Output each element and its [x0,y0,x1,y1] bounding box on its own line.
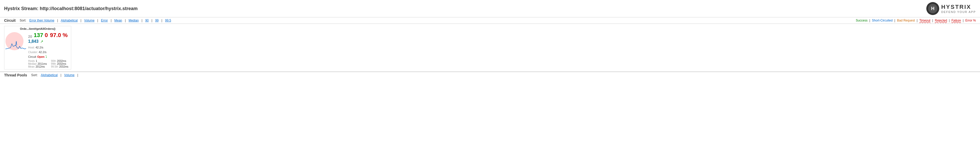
p90-value: 2032ms [57,60,66,63]
sort-link-p995[interactable]: 99.5 [165,19,171,22]
circuit-arrow-icon: ⤵ [45,55,47,58]
median-label: Median [28,63,37,65]
host-cluster: Host: 42.2/s Cluster: 42.2/s [28,45,46,55]
circuit-section-header: Circuit Sort: Error then Volume | Alphab… [0,17,980,24]
bottom-stats: Hosts 1 Median 2011ms Mean 2012ms [28,60,68,68]
status-rejected: Rejected [935,19,947,22]
thread-pools-header: Thread Pools Sort: Alphabetical | Volume… [0,72,980,78]
sort-link-p90[interactable]: 90 [145,19,149,22]
sparkline-container [5,31,26,52]
host-row: Host: 42.2/s [28,45,46,50]
num-blue: 1,843 [28,39,38,44]
sort-link-median[interactable]: Median [129,19,138,22]
circuit-status-row: Circuit Open ⤵ [28,55,47,58]
hosts-label: Hosts [28,60,35,63]
status-short-circuited: Short-Circuited [872,19,892,22]
svg-text:H: H [931,6,934,11]
arrow-icon: ↗ [40,39,43,44]
error-pct: 97.0 % [50,32,68,38]
sort-link-p99[interactable]: 99 [155,19,159,22]
status-timeout: Timeout [920,19,931,22]
app-header: Hystrix Stream: http://localhost:8081/ac… [0,0,980,17]
circuit-card-title: Orde...lient#getAllOrders() [5,27,70,30]
tp-sort-volume[interactable]: Volume [64,73,75,77]
median-value: 2011ms [38,63,47,65]
status-bad-request: Bad Request [897,19,915,22]
sort-link-mean[interactable]: Mean [115,19,122,22]
main-content: Orde...lient#getAllOrders() 20 137 [0,24,980,72]
blue-num-row: 1,843 ↗ [28,39,43,44]
p99-value: 2032ms [57,63,66,65]
num-red: 0 [45,32,48,39]
sort-link-error[interactable]: Error [101,19,108,22]
circuit-stats-row: 20 137 0 97.0 % 1,843 ↗ [5,31,70,68]
hosts-group: Hosts 1 Median 2011ms Mean 2012ms [28,60,47,68]
p995-value: 2032ms [59,65,68,68]
sort-link-alphabetical[interactable]: Alphabetical [61,19,78,22]
hosts-value: 1 [36,60,37,63]
mean-value: 2012ms [36,65,45,68]
p90-label: 90th [51,60,56,63]
circuit-label: Circuit [28,55,36,58]
num-top: 20 [28,34,32,39]
circuit-card: Orde...lient#getAllOrders() 20 137 [4,26,71,69]
hystrix-logo: H HYSTRIX Defend Your App [926,2,976,15]
num-green: 137 [34,32,43,39]
logo-icon: H [926,2,939,15]
sort-link-volume[interactable]: Volume [84,19,94,22]
thread-pools-title: Thread Pools [4,73,27,77]
tp-sort-alphabetical[interactable]: Alphabetical [41,73,57,77]
app-title: Hystrix Stream: http://localhost:8081/ac… [4,6,138,11]
sort-link-error-volume[interactable]: Error then Volume [29,19,54,22]
p995-label: 99.5th [51,65,58,68]
circuit-open-status: Open [37,55,45,58]
logo-tagline: Defend Your App [941,10,976,13]
p99-label: 99th [51,63,56,65]
status-error-pct: Error % [965,19,976,22]
status-failure: Failure [951,19,961,22]
tp-sort-label: Sort: [31,73,38,77]
sparkline-svg [5,39,26,52]
sort-label: Sort: [20,19,26,22]
status-labels: Success | Short-Circuited | Bad Request … [856,19,976,22]
mean-label: Mean [28,65,35,68]
top-numbers-row: 20 137 0 97.0 % [28,32,68,39]
circuit-title: Circuit [4,18,16,23]
status-success: Success [856,19,867,22]
host-rate: 42.2/s [36,46,43,49]
cluster-row: Cluster: 42.2/s [28,50,46,55]
cluster-rate: 42.2/s [39,50,46,54]
percentile-group: 90th 2032ms 99th 2032ms 99.5th 2032ms [51,60,68,68]
logo-name: HYSTRIX [941,4,976,10]
logo-text: HYSTRIX Defend Your App [941,4,976,13]
